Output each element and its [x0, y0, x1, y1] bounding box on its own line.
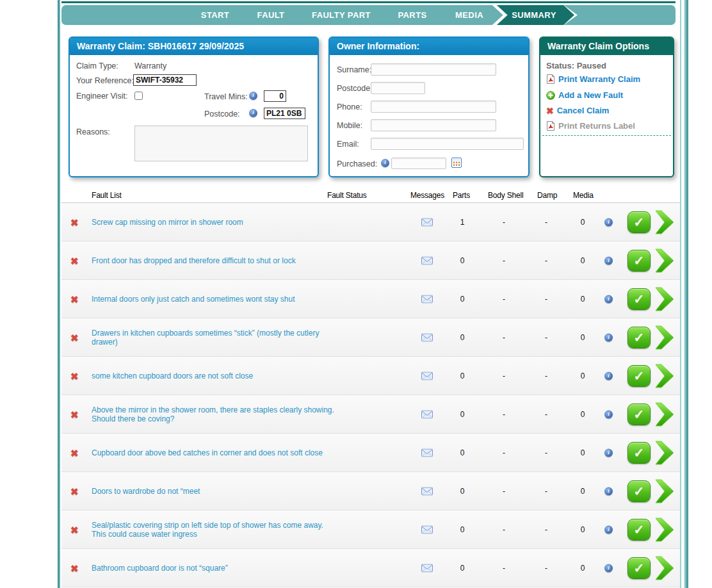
message-envelope-icon[interactable]	[421, 487, 433, 495]
complete-fault-button[interactable]: ✓	[627, 211, 651, 233]
open-fault-arrow-icon[interactable]	[654, 440, 674, 466]
fault-description-link[interactable]: Screw cap missing on mirror in shower ro…	[92, 203, 338, 241]
surname-input[interactable]	[371, 63, 496, 76]
warranty-claim-options-title: Warranty Claim Options	[540, 38, 673, 55]
message-envelope-icon[interactable]	[421, 372, 433, 380]
fault-info-icon[interactable]: i	[604, 525, 613, 534]
complete-fault-button[interactable]: ✓	[627, 327, 651, 348]
delete-fault-icon[interactable]: ✖	[70, 256, 79, 265]
fault-info-icon[interactable]: i	[604, 448, 613, 457]
complete-fault-button[interactable]: ✓	[627, 288, 651, 310]
tab-summary[interactable]: SUMMARY	[512, 5, 556, 25]
tab-media[interactable]: MEDIA	[455, 5, 483, 25]
delete-fault-icon[interactable]: ✖	[70, 371, 79, 380]
tab-faulty-part[interactable]: FAULTY PART	[312, 5, 371, 25]
fault-description-link[interactable]: Cupboard door above bed catches in corne…	[92, 434, 338, 471]
delete-fault-icon[interactable]: ✖	[70, 332, 79, 342]
message-envelope-icon[interactable]	[421, 525, 433, 534]
parts-count: 0	[456, 333, 469, 342]
delete-fault-icon[interactable]: ✖	[70, 448, 79, 457]
claim-postcode-input[interactable]	[264, 108, 305, 119]
fault-description-link[interactable]: Seal/plastic covering strip on left side…	[92, 510, 338, 548]
fault-info-icon[interactable]: i	[604, 410, 613, 418]
complete-fault-button[interactable]: ✓	[627, 442, 651, 464]
open-fault-arrow-icon[interactable]	[654, 363, 674, 389]
body-shell-value: -	[498, 410, 510, 419]
engineer-visit-checkbox[interactable]	[134, 92, 143, 100]
col-header-media: Media	[573, 191, 594, 200]
add-new-fault-link[interactable]: Add a New Fault	[546, 90, 623, 100]
delete-fault-icon[interactable]: ✖	[70, 217, 79, 227]
travel-mins-label: Travel Mins:	[204, 92, 248, 101]
open-fault-arrow-icon[interactable]	[654, 325, 674, 350]
calendar-icon[interactable]	[451, 158, 462, 168]
delete-fault-icon[interactable]: ✖	[70, 294, 79, 304]
your-reference-input[interactable]	[133, 74, 197, 86]
fault-info-icon[interactable]: i	[604, 372, 613, 380]
parts-count: 0	[456, 448, 469, 457]
delete-fault-icon[interactable]: ✖	[70, 563, 79, 573]
col-header-damp: Damp	[537, 191, 557, 200]
cancel-claim-link[interactable]: ✖ Cancel Claim	[546, 106, 609, 115]
tab-fault[interactable]: FAULT	[257, 5, 285, 25]
purchased-input[interactable]	[391, 158, 446, 169]
message-envelope-icon[interactable]	[421, 564, 433, 572]
complete-fault-button[interactable]: ✓	[627, 557, 651, 579]
complete-fault-button[interactable]: ✓	[627, 480, 651, 502]
message-envelope-icon[interactable]	[421, 218, 433, 226]
message-envelope-icon[interactable]	[421, 333, 433, 341]
message-envelope-icon[interactable]	[421, 448, 433, 457]
fault-info-icon[interactable]: i	[604, 333, 613, 341]
complete-fault-button[interactable]: ✓	[627, 365, 651, 387]
fault-description-link[interactable]: Internal doors only just catch and somet…	[92, 280, 338, 318]
owner-postcode-input[interactable]	[371, 82, 425, 94]
delete-fault-icon[interactable]: ✖	[70, 525, 79, 534]
print-warranty-claim-link[interactable]: Print Warranty Claim	[546, 74, 640, 84]
media-count: 0	[576, 410, 589, 419]
phone-input[interactable]	[371, 101, 496, 113]
tab-start[interactable]: START	[201, 5, 229, 25]
delete-fault-icon[interactable]: ✖	[70, 409, 79, 419]
open-fault-arrow-icon[interactable]	[654, 478, 674, 504]
fault-description-link[interactable]: some kitchen cupboard doors are not soft…	[92, 357, 338, 395]
page-left-border	[58, 0, 60, 588]
complete-fault-button[interactable]: ✓	[627, 519, 651, 541]
open-fault-arrow-icon[interactable]	[654, 286, 674, 312]
email-input[interactable]	[371, 138, 524, 150]
owner-information-title: Owner Information:	[330, 38, 528, 55]
travel-mins-info-icon[interactable]: i	[249, 92, 257, 100]
claim-postcode-info-icon[interactable]: i	[249, 109, 257, 117]
damp-value: -	[540, 564, 553, 573]
travel-mins-input[interactable]	[264, 90, 286, 102]
open-fault-arrow-icon[interactable]	[654, 209, 674, 235]
mobile-input[interactable]	[371, 119, 496, 131]
purchased-info-icon[interactable]: i	[381, 159, 389, 167]
fault-info-icon[interactable]: i	[604, 256, 613, 265]
tab-parts[interactable]: PARTS	[398, 5, 426, 25]
fault-description-link[interactable]: Front door has dropped and therefore dif…	[92, 241, 338, 279]
fault-info-icon[interactable]: i	[604, 487, 613, 495]
media-count: 0	[576, 448, 589, 457]
message-envelope-icon[interactable]	[421, 410, 433, 418]
fault-info-icon[interactable]: i	[604, 564, 613, 572]
complete-fault-button[interactable]: ✓	[627, 404, 651, 425]
fault-info-icon[interactable]: i	[604, 295, 613, 303]
open-fault-arrow-icon[interactable]	[654, 402, 674, 427]
body-shell-value: -	[498, 256, 510, 265]
delete-fault-icon[interactable]: ✖	[70, 486, 79, 496]
reasons-textarea[interactable]	[134, 126, 308, 161]
media-count: 0	[576, 372, 589, 380]
message-envelope-icon[interactable]	[421, 256, 433, 265]
fault-description-link[interactable]: Doors to wardrobe do not “meet	[92, 472, 338, 510]
fault-info-icon[interactable]: i	[604, 218, 613, 226]
complete-fault-button[interactable]: ✓	[627, 250, 651, 272]
open-fault-arrow-icon[interactable]	[654, 517, 674, 543]
message-envelope-icon[interactable]	[421, 295, 433, 303]
fault-description-link[interactable]: Above the mirror in the shower room, the…	[92, 395, 338, 433]
parts-count: 0	[456, 410, 469, 419]
open-fault-arrow-icon[interactable]	[654, 555, 674, 581]
fault-description-link[interactable]: Drawers in kitchen cupboards sometimes “…	[92, 318, 338, 356]
open-fault-arrow-icon[interactable]	[654, 248, 674, 274]
damp-value: -	[540, 256, 553, 265]
fault-description-link[interactable]: Bathroom cupboard door is not “square”	[92, 549, 338, 587]
